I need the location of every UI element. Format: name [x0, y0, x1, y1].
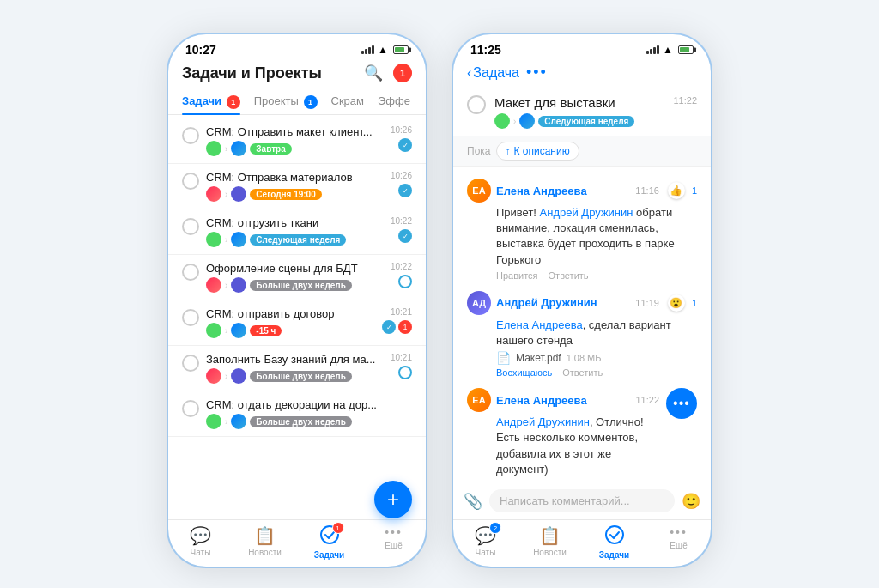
task-time: 10:22: [391, 216, 412, 226]
tab-effe[interactable]: Эффе: [378, 89, 410, 114]
task-right: 10:22 ✓: [391, 216, 412, 243]
mention: Елена Андреева: [496, 318, 583, 331]
avatar: [206, 186, 221, 202]
comment-author-row: ЕА Елена Андреева 11:16 👍 1: [467, 179, 697, 203]
sync-icon: ✓: [398, 138, 412, 152]
file-attachment[interactable]: 📄 Макет.pdf 1.08 МБ: [467, 351, 697, 365]
left-screen: Задачи и Проекты 🔍 1 Задачи 1 Проекты 1 …: [168, 60, 426, 567]
wifi-icon: ▲: [378, 44, 388, 56]
back-button[interactable]: ‹ Задача: [467, 65, 519, 81]
reply-action[interactable]: Ответить: [549, 270, 589, 281]
task-item[interactable]: Заполнить Базу знаний для ма... › Больше…: [168, 346, 426, 391]
nav-item-tasks[interactable]: Задачи: [582, 525, 646, 560]
task-content: Оформление сцены для БДТ › Больше двух н…: [206, 262, 384, 293]
task-item[interactable]: CRM: отправить договор › -15 ч 10:21 ✓ 1: [168, 300, 426, 346]
tabs-row: Задачи 1 Проекты 1 Скрам Эффе: [168, 89, 426, 115]
sync-icon: ✓: [382, 320, 396, 334]
nav-item-news[interactable]: 📋 Новости: [233, 525, 297, 560]
sync-icon: [398, 275, 412, 288]
notif-badge[interactable]: 1: [393, 64, 412, 82]
task-detail-title: Макет для выставки: [494, 95, 664, 110]
tab-projects[interactable]: Проекты 1: [254, 89, 318, 114]
tab-tasks[interactable]: Задачи 1: [182, 89, 240, 114]
task-detail-header: Макет для выставки › Следующая неделя 11…: [453, 88, 711, 136]
task-item[interactable]: CRM: Отправить макет клиент... › Завтра …: [168, 118, 426, 164]
arrow-icon: ›: [225, 326, 227, 336]
left-status-icons: ▲: [361, 44, 409, 56]
avatar: [231, 414, 246, 429]
task-checkbox[interactable]: [182, 173, 199, 190]
task-title: CRM: отгрузить ткани: [206, 216, 384, 229]
avatar: ЕА: [467, 179, 491, 203]
more-icon: •••: [385, 525, 403, 539]
comment-input-bar: 📎 Написать комментарий... 🙂: [453, 482, 711, 519]
task-right: 10:21: [391, 353, 412, 379]
to-desc-button[interactable]: ↑ К описанию: [496, 142, 579, 161]
comment-item: ЕА Елена Андреева 11:22 Андрей Дружинин,…: [453, 383, 711, 482]
reply-action[interactable]: Ответить: [562, 367, 603, 378]
left-header-title: Задачи и Проекты: [182, 64, 322, 82]
search-icon[interactable]: 🔍: [364, 64, 383, 82]
avatar-wrap: ЕА: [467, 388, 491, 412]
avatar-wrap: ЕА: [467, 179, 491, 203]
comment-author: Елена Андреева: [496, 394, 587, 407]
avatar: [206, 232, 221, 247]
emoji-icon[interactable]: 🙂: [682, 492, 700, 511]
task-item[interactable]: CRM: отдать декорации на дор... › Больше…: [168, 391, 426, 437]
avatar: [206, 141, 221, 156]
like-count: 1: [692, 298, 697, 308]
nav-item-tasks[interactable]: 1 Задачи: [297, 525, 361, 560]
task-checkbox[interactable]: [182, 309, 199, 326]
react-action[interactable]: Восхищаюсь: [496, 367, 552, 378]
nav-item-more[interactable]: ••• Ещё: [646, 525, 711, 560]
svg-point-1: [606, 526, 623, 543]
left-bottom-nav: 💬 Чаты 📋 Новости 1 Задачи ••• Ещё: [168, 519, 426, 567]
three-dots-button[interactable]: •••: [666, 388, 697, 419]
comments-area: ЕА Елена Андреева 11:16 👍 1 Привет! Андр…: [453, 167, 711, 482]
arrow-icon: ›: [225, 235, 227, 245]
task-checkbox[interactable]: [182, 127, 199, 144]
task-meta: › Больше двух недель: [206, 368, 384, 384]
wifi-icon: ▲: [663, 44, 673, 56]
nav-item-chats[interactable]: 💬 Чаты: [168, 525, 233, 560]
like-count: 1: [692, 185, 697, 196]
left-header: Задачи и Проекты 🔍 1: [168, 60, 426, 89]
arrow-icon: ›: [225, 372, 227, 381]
task-checkbox[interactable]: [182, 355, 199, 372]
task-item[interactable]: CRM: Отправка материалов › Сегодня 19:00…: [168, 164, 426, 209]
nav-label-tasks: Задачи: [599, 550, 629, 560]
task-item[interactable]: CRM: отгрузить ткани › Следующая неделя …: [168, 209, 426, 255]
task-tag: -15 ч: [250, 325, 282, 336]
mention: Андрей Дружинин: [496, 415, 590, 428]
signal-icon: [361, 45, 374, 54]
news-icon: 📋: [539, 525, 561, 546]
arrow-icon: ›: [225, 281, 227, 290]
attach-icon[interactable]: 📎: [464, 492, 482, 511]
file-size: 1.08 МБ: [567, 353, 602, 363]
task-tag: Следующая неделя: [250, 234, 346, 246]
comment-input[interactable]: Написать комментарий...: [489, 489, 675, 512]
task-item[interactable]: Оформление сцены для БДТ › Больше двух н…: [168, 255, 426, 300]
task-checkbox[interactable]: [182, 218, 199, 235]
nav-item-chats[interactable]: 💬 2 Чаты: [453, 525, 518, 560]
nav-item-more[interactable]: ••• Ещё: [361, 525, 426, 560]
task-time: 10:21: [391, 307, 412, 317]
to-desc-bar: Пока ↑ К описанию: [453, 136, 711, 167]
more-button[interactable]: •••: [526, 64, 548, 82]
tasks-icon: [605, 525, 624, 549]
fab-button[interactable]: +: [374, 481, 412, 518]
avatar: [206, 277, 221, 293]
avatar: [231, 368, 246, 384]
like-action[interactable]: Нравится: [496, 270, 538, 281]
nav-item-news[interactable]: 📋 Новости: [518, 525, 582, 560]
task-meta: › Больше двух недель: [206, 277, 384, 293]
task-detail-checkbox[interactable]: [467, 95, 486, 114]
tab-scrum[interactable]: Скрам: [331, 89, 364, 114]
file-name: Макет.pdf: [516, 352, 561, 364]
task-time: 10:26: [391, 171, 412, 180]
left-header-icons: 🔍 1: [364, 64, 412, 82]
avatar: [231, 186, 246, 202]
task-checkbox[interactable]: [182, 264, 199, 281]
task-meta: › Следующая неделя: [206, 232, 384, 247]
task-checkbox[interactable]: [182, 400, 199, 417]
